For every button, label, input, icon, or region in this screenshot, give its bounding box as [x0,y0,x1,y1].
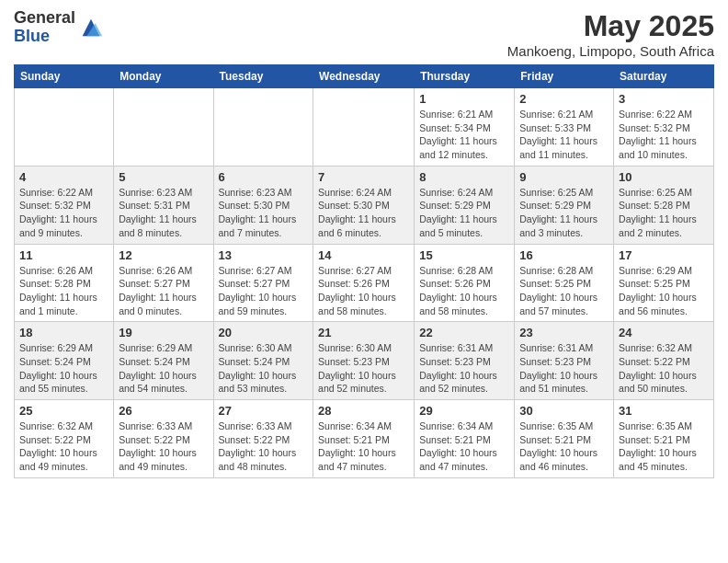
day-number: 1 [419,92,509,106]
day-detail: Sunrise: 6:22 AM Sunset: 5:32 PM Dayligh… [19,186,108,240]
calendar-cell [213,88,313,167]
day-detail: Sunrise: 6:25 AM Sunset: 5:28 PM Dayligh… [619,186,709,240]
day-detail: Sunrise: 6:24 AM Sunset: 5:29 PM Dayligh… [419,186,509,240]
calendar-cell: 13Sunrise: 6:27 AM Sunset: 5:27 PM Dayli… [213,244,313,322]
col-friday: Friday [515,65,614,88]
day-detail: Sunrise: 6:31 AM Sunset: 5:23 PM Dayligh… [519,341,609,396]
day-detail: Sunrise: 6:35 AM Sunset: 5:21 PM Dayligh… [519,419,609,474]
calendar-cell: 8Sunrise: 6:24 AM Sunset: 5:29 PM Daylig… [415,166,515,244]
calendar-cell: 28Sunrise: 6:34 AM Sunset: 5:21 PM Dayli… [313,400,415,478]
day-detail: Sunrise: 6:21 AM Sunset: 5:34 PM Dayligh… [419,108,509,162]
day-number: 30 [519,404,609,418]
calendar-cell: 4Sunrise: 6:22 AM Sunset: 5:32 PM Daylig… [15,166,114,244]
calendar-cell: 9Sunrise: 6:25 AM Sunset: 5:29 PM Daylig… [515,166,614,244]
day-number: 23 [519,326,609,339]
calendar-cell: 15Sunrise: 6:28 AM Sunset: 5:26 PM Dayli… [415,244,515,322]
calendar-cell: 31Sunrise: 6:35 AM Sunset: 5:21 PM Dayli… [614,400,714,478]
day-number: 11 [19,248,108,262]
title-block: May 2025 Mankoeng, Limpopo, South Africa [507,9,714,59]
logo-general: General [14,9,75,28]
day-number: 10 [619,170,709,184]
day-detail: Sunrise: 6:34 AM Sunset: 5:21 PM Dayligh… [318,419,409,474]
calendar-cell [313,88,415,167]
day-detail: Sunrise: 6:23 AM Sunset: 5:31 PM Dayligh… [119,186,208,240]
calendar-week-4: 18Sunrise: 6:29 AM Sunset: 5:24 PM Dayli… [15,322,714,400]
calendar-week-2: 4Sunrise: 6:22 AM Sunset: 5:32 PM Daylig… [15,166,714,244]
calendar-cell: 7Sunrise: 6:24 AM Sunset: 5:30 PM Daylig… [313,166,415,244]
subtitle: Mankoeng, Limpopo, South Africa [507,43,714,59]
calendar-cell: 11Sunrise: 6:26 AM Sunset: 5:28 PM Dayli… [15,244,114,322]
day-number: 14 [318,248,409,262]
day-detail: Sunrise: 6:25 AM Sunset: 5:29 PM Dayligh… [519,186,609,240]
calendar-cell: 5Sunrise: 6:23 AM Sunset: 5:31 PM Daylig… [114,166,213,244]
calendar-cell: 20Sunrise: 6:30 AM Sunset: 5:24 PM Dayli… [213,322,313,400]
day-detail: Sunrise: 6:28 AM Sunset: 5:26 PM Dayligh… [419,264,509,318]
day-number: 5 [119,170,208,184]
calendar-cell: 14Sunrise: 6:27 AM Sunset: 5:26 PM Dayli… [313,244,415,322]
day-number: 6 [219,170,309,184]
col-tuesday: Tuesday [213,65,313,88]
day-detail: Sunrise: 6:30 AM Sunset: 5:24 PM Dayligh… [219,341,309,396]
day-number: 19 [119,326,208,339]
col-monday: Monday [114,65,213,88]
calendar-cell: 1Sunrise: 6:21 AM Sunset: 5:34 PM Daylig… [415,88,515,167]
day-detail: Sunrise: 6:22 AM Sunset: 5:32 PM Dayligh… [619,108,709,162]
calendar-cell: 27Sunrise: 6:33 AM Sunset: 5:22 PM Dayli… [213,400,313,478]
day-number: 4 [19,170,108,184]
calendar-cell: 25Sunrise: 6:32 AM Sunset: 5:22 PM Dayli… [15,400,114,478]
calendar-week-5: 25Sunrise: 6:32 AM Sunset: 5:22 PM Dayli… [15,400,714,478]
day-number: 28 [318,404,409,418]
calendar-table: Sunday Monday Tuesday Wednesday Thursday… [14,64,714,478]
day-number: 15 [419,248,509,262]
day-detail: Sunrise: 6:33 AM Sunset: 5:22 PM Dayligh… [219,419,309,474]
calendar-cell: 24Sunrise: 6:32 AM Sunset: 5:22 PM Dayli… [614,322,714,400]
logo-blue: Blue [14,28,75,46]
calendar-cell: 3Sunrise: 6:22 AM Sunset: 5:32 PM Daylig… [614,88,714,167]
day-detail: Sunrise: 6:35 AM Sunset: 5:21 PM Dayligh… [619,419,709,474]
header-row: Sunday Monday Tuesday Wednesday Thursday… [15,65,714,88]
day-detail: Sunrise: 6:30 AM Sunset: 5:23 PM Dayligh… [318,341,409,396]
calendar-cell: 22Sunrise: 6:31 AM Sunset: 5:23 PM Dayli… [415,322,515,400]
day-detail: Sunrise: 6:32 AM Sunset: 5:22 PM Dayligh… [619,341,709,396]
day-number: 27 [219,404,309,418]
day-detail: Sunrise: 6:34 AM Sunset: 5:21 PM Dayligh… [419,419,509,474]
calendar-cell: 2Sunrise: 6:21 AM Sunset: 5:33 PM Daylig… [515,88,614,167]
calendar-header: Sunday Monday Tuesday Wednesday Thursday… [15,65,714,88]
calendar-cell: 23Sunrise: 6:31 AM Sunset: 5:23 PM Dayli… [515,322,614,400]
day-number: 31 [619,404,709,418]
day-detail: Sunrise: 6:32 AM Sunset: 5:22 PM Dayligh… [19,419,108,474]
calendar-cell: 12Sunrise: 6:26 AM Sunset: 5:27 PM Dayli… [114,244,213,322]
calendar-body: 1Sunrise: 6:21 AM Sunset: 5:34 PM Daylig… [15,88,714,478]
logo-icon [78,15,104,40]
col-saturday: Saturday [614,65,714,88]
calendar-cell [15,88,114,167]
calendar-cell: 29Sunrise: 6:34 AM Sunset: 5:21 PM Dayli… [415,400,515,478]
calendar-cell: 26Sunrise: 6:33 AM Sunset: 5:22 PM Dayli… [114,400,213,478]
day-detail: Sunrise: 6:29 AM Sunset: 5:25 PM Dayligh… [619,264,709,318]
logo-text: General Blue [14,9,75,46]
day-detail: Sunrise: 6:24 AM Sunset: 5:30 PM Dayligh… [318,186,409,240]
col-sunday: Sunday [15,65,114,88]
day-detail: Sunrise: 6:23 AM Sunset: 5:30 PM Dayligh… [219,186,309,240]
day-number: 12 [119,248,208,262]
calendar-cell: 19Sunrise: 6:29 AM Sunset: 5:24 PM Dayli… [114,322,213,400]
day-detail: Sunrise: 6:27 AM Sunset: 5:26 PM Dayligh… [318,264,409,318]
calendar-week-3: 11Sunrise: 6:26 AM Sunset: 5:28 PM Dayli… [15,244,714,322]
calendar-cell: 6Sunrise: 6:23 AM Sunset: 5:30 PM Daylig… [213,166,313,244]
day-number: 21 [318,326,409,339]
day-detail: Sunrise: 6:29 AM Sunset: 5:24 PM Dayligh… [19,341,108,396]
col-wednesday: Wednesday [313,65,415,88]
day-number: 7 [318,170,409,184]
day-number: 8 [419,170,509,184]
day-number: 22 [419,326,509,339]
day-number: 9 [519,170,609,184]
day-detail: Sunrise: 6:29 AM Sunset: 5:24 PM Dayligh… [119,341,208,396]
day-number: 29 [419,404,509,418]
day-number: 25 [19,404,108,418]
calendar-cell [114,88,213,167]
day-number: 17 [619,248,709,262]
day-number: 16 [519,248,609,262]
calendar-cell: 21Sunrise: 6:30 AM Sunset: 5:23 PM Dayli… [313,322,415,400]
day-detail: Sunrise: 6:21 AM Sunset: 5:33 PM Dayligh… [519,108,609,162]
day-detail: Sunrise: 6:26 AM Sunset: 5:27 PM Dayligh… [119,264,208,318]
